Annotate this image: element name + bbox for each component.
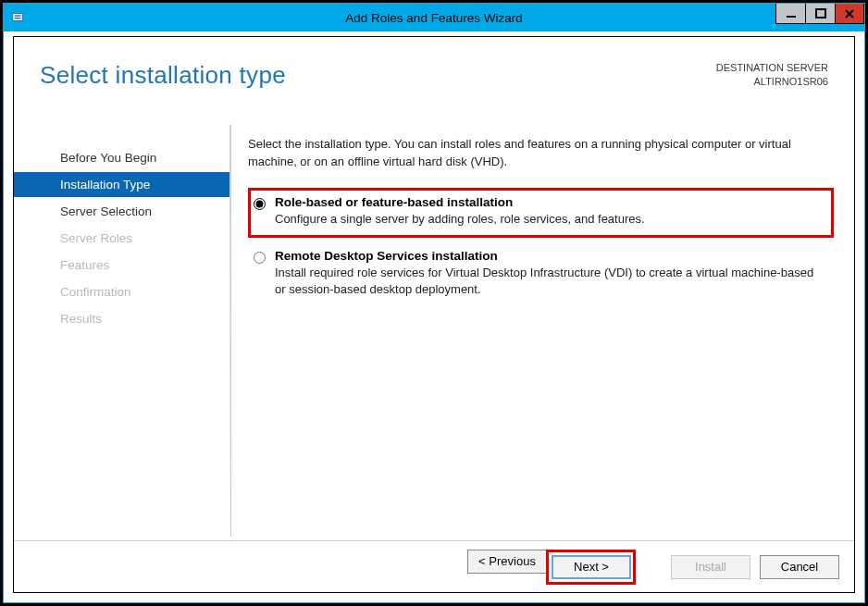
- cancel-button[interactable]: Cancel: [760, 555, 839, 579]
- svg-rect-2: [15, 18, 21, 19]
- footer-bar: < Previous Next > Install Cancel: [14, 540, 854, 592]
- destination-label: DESTINATION SERVER: [716, 61, 828, 75]
- window-title: Add Roles and Features Wizard: [4, 11, 864, 25]
- wizard-window: Add Roles and Features Wizard Select ins…: [3, 3, 865, 603]
- header-area: Select installation type DESTINATION SER…: [14, 37, 854, 101]
- previous-button[interactable]: < Previous: [467, 550, 547, 574]
- step-results: Results: [51, 306, 230, 331]
- page-title: Select installation type: [40, 61, 286, 90]
- next-highlight-box: Next >: [546, 550, 636, 585]
- step-installation-type[interactable]: Installation Type: [14, 172, 230, 197]
- option-rds-desc: Install required role services for Virtu…: [275, 265, 825, 300]
- step-server-roles: Server Roles: [51, 226, 230, 251]
- svg-rect-3: [787, 16, 796, 18]
- step-before-you-begin[interactable]: Before You Begin: [51, 145, 230, 170]
- maximize-button[interactable]: [805, 4, 835, 24]
- step-confirmation: Confirmation: [51, 279, 230, 304]
- app-icon: [7, 7, 28, 28]
- sidebar-divider: [229, 125, 230, 537]
- title-bar: Add Roles and Features Wizard: [4, 4, 864, 31]
- option-role-based-text: Role-based or feature-based installation…: [275, 195, 645, 229]
- option-role-based-desc: Configure a single server by adding role…: [275, 211, 645, 229]
- main-pane: Select the installation type. You can in…: [231, 125, 854, 537]
- step-server-selection[interactable]: Server Selection: [51, 199, 230, 224]
- destination-block: DESTINATION SERVER ALTIRNO1SR06: [716, 61, 828, 90]
- svg-rect-1: [15, 15, 21, 16]
- option-rds[interactable]: Remote Desktop Services installation Ins…: [248, 241, 834, 309]
- install-button: Install: [671, 555, 750, 579]
- step-features: Features: [51, 253, 230, 278]
- intro-text: Select the installation type. You can in…: [248, 136, 834, 171]
- option-rds-title: Remote Desktop Services installation: [275, 249, 825, 263]
- destination-server: ALTIRNO1SR06: [716, 75, 828, 89]
- next-button[interactable]: Next >: [552, 555, 631, 579]
- svg-rect-0: [13, 14, 23, 21]
- option-role-based-radio[interactable]: [254, 198, 266, 210]
- step-sidebar: Before You Begin Installation Type Serve…: [14, 125, 231, 537]
- svg-rect-4: [816, 9, 825, 18]
- option-role-based[interactable]: Role-based or feature-based installation…: [248, 188, 834, 238]
- body-area: Before You Begin Installation Type Serve…: [14, 125, 854, 537]
- option-role-based-title: Role-based or feature-based installation: [275, 195, 645, 209]
- close-button[interactable]: [835, 4, 864, 24]
- nav-button-group: < Previous Next >: [467, 550, 636, 585]
- option-rds-text: Remote Desktop Services installation Ins…: [275, 249, 825, 300]
- window-controls: [775, 4, 864, 24]
- minimize-button[interactable]: [775, 4, 805, 24]
- wizard-content: Select installation type DESTINATION SER…: [13, 36, 855, 593]
- option-rds-radio[interactable]: [254, 252, 266, 264]
